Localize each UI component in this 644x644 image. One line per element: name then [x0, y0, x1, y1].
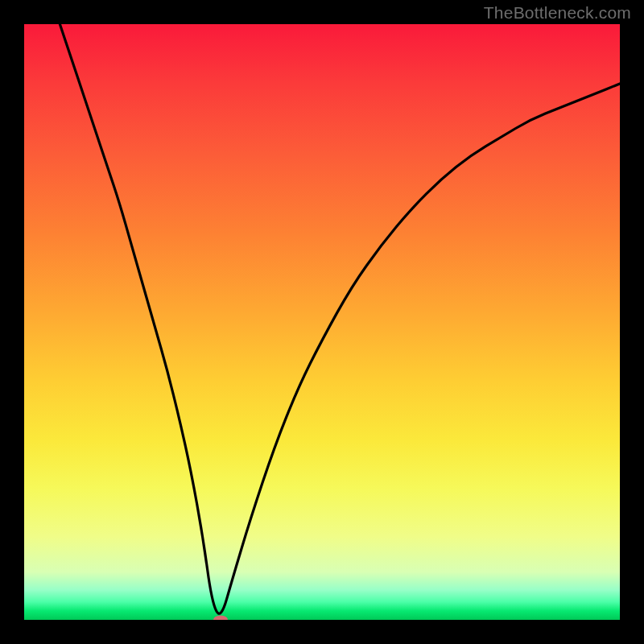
chart-plot-area	[24, 24, 620, 620]
chart-curve-svg	[24, 24, 620, 620]
bottleneck-curve-path	[60, 24, 620, 613]
watermark-text: TheBottleneck.com	[484, 3, 631, 23]
minimum-marker	[213, 616, 228, 621]
